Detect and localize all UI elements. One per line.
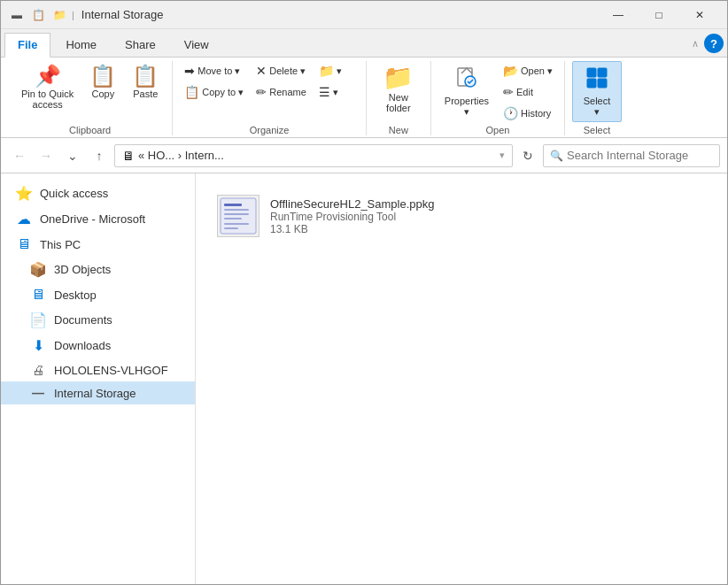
- organize-label: Organize: [180, 123, 359, 135]
- paste-icon: 📋: [132, 65, 159, 87]
- sidebar-item-internal-storage[interactable]: — Internal Storage: [1, 381, 195, 404]
- organize-items: ➡ Move to ▾ 📋 Copy to ▾ ✕ Delete ▾ ✏ Ren…: [180, 61, 359, 123]
- select-button[interactable]: Select▾: [572, 61, 622, 122]
- ribbon-content: 📌 Pin to Quickaccess 📋 Copy 📋 Paste Clip…: [1, 58, 727, 138]
- address-box[interactable]: 🖥 « HO... › Intern... ▾: [114, 144, 513, 167]
- address-chevron[interactable]: ▾: [500, 150, 505, 161]
- edit-icon: ✏: [503, 85, 514, 99]
- copy-button[interactable]: 📋 Copy: [83, 61, 122, 104]
- onedrive-label: OneDrive - Microsoft: [40, 212, 145, 226]
- sidebar-item-quick-access[interactable]: ⭐ Quick access: [1, 181, 195, 206]
- search-input[interactable]: [543, 144, 720, 167]
- app-icon-1: ▬: [8, 6, 26, 24]
- tab-view[interactable]: View: [171, 32, 222, 57]
- tab-share[interactable]: Share: [112, 32, 169, 57]
- ribbon-group-organize: ➡ Move to ▾ 📋 Copy to ▾ ✕ Delete ▾ ✏ Ren…: [173, 61, 367, 135]
- address-text: « HO... › Intern...: [138, 149, 496, 162]
- clipboard-items: 📌 Pin to Quickaccess 📋 Copy 📋 Paste: [15, 61, 165, 123]
- properties-icon: [454, 65, 479, 94]
- select-label-group: Select: [572, 123, 622, 135]
- svg-rect-2: [587, 68, 596, 77]
- maximize-button[interactable]: □: [639, 1, 679, 29]
- edit-button[interactable]: ✏ Edit: [499, 82, 557, 102]
- layout-button[interactable]: ☰ ▾: [314, 82, 359, 102]
- ribbon-group-select: Select▾ Select: [565, 61, 629, 135]
- copy-to-button[interactable]: 📋 Copy to ▾: [180, 82, 248, 102]
- app-icon-2: 📋: [29, 6, 47, 24]
- delete-button[interactable]: ✕ Delete ▾: [252, 61, 311, 81]
- open-button[interactable]: 📂 Open ▾: [499, 61, 557, 81]
- new-folder-small-button[interactable]: 📁 ▾: [314, 61, 359, 81]
- svg-rect-4: [587, 79, 596, 88]
- svg-rect-7: [224, 204, 242, 206]
- ribbon-group-new: 📁 Newfolder New: [367, 61, 431, 135]
- close-button[interactable]: ✕: [679, 1, 720, 29]
- help-button[interactable]: ?: [704, 34, 724, 53]
- new-folder-button[interactable]: 📁 Newfolder: [374, 61, 423, 118]
- history-icon: 🕐: [503, 106, 518, 120]
- copy-icon: 📋: [89, 65, 116, 87]
- select-label: Select▾: [584, 96, 611, 118]
- svg-rect-9: [224, 213, 249, 215]
- sidebar-item-3d-objects[interactable]: 📦 3D Objects: [1, 257, 195, 282]
- rename-button[interactable]: ✏ Rename: [252, 82, 311, 102]
- edit-label: Edit: [516, 87, 533, 97]
- file-type: RunTime Provisioning Tool: [270, 211, 435, 223]
- this-pc-label: This PC: [40, 238, 81, 251]
- minimize-button[interactable]: —: [598, 1, 639, 29]
- organize-col1: ➡ Move to ▾ 📋 Copy to ▾: [180, 61, 248, 102]
- title-bar-app-icons: ▬ 📋 📁 |: [8, 6, 74, 24]
- delete-icon: ✕: [256, 64, 267, 78]
- clipboard-label: Clipboard: [15, 123, 165, 135]
- file-area: OfflineSecureHL2_Sample.ppkg RunTime Pro…: [196, 173, 727, 585]
- history-button[interactable]: 🕐 History: [499, 104, 557, 123]
- internal-storage-icon: —: [29, 386, 47, 400]
- folder-small-label: ▾: [337, 65, 342, 77]
- file-item-ppkg[interactable]: OfflineSecureHL2_Sample.ppkg RunTime Pro…: [210, 188, 713, 244]
- title-divider: |: [72, 10, 74, 20]
- svg-rect-11: [224, 223, 249, 225]
- up-button[interactable]: ↑: [88, 144, 111, 167]
- address-pc-icon: 🖥: [122, 149, 135, 163]
- new-folder-label: Newfolder: [386, 92, 411, 113]
- svg-rect-8: [224, 209, 249, 211]
- 3d-objects-icon: 📦: [29, 261, 47, 278]
- open-col: 📂 Open ▾ ✏ Edit 🕐 History: [499, 61, 557, 123]
- copy-to-icon: 📋: [184, 85, 199, 99]
- open-label: Open ▾: [521, 65, 553, 77]
- properties-label: Properties▾: [445, 96, 489, 118]
- refresh-button[interactable]: ↻: [516, 144, 539, 167]
- tab-home[interactable]: Home: [52, 32, 110, 57]
- sidebar-item-documents[interactable]: 📄 Documents: [1, 307, 195, 333]
- sidebar-item-this-pc[interactable]: 🖥 This PC: [1, 232, 195, 257]
- address-bar: ← → ⌄ ↑ 🖥 « HO... › Intern... ▾ ↻ 🔍: [1, 138, 727, 173]
- recent-locations-button[interactable]: ⌄: [61, 144, 84, 167]
- select-items: Select▾: [572, 61, 622, 123]
- paste-button[interactable]: 📋 Paste: [126, 61, 165, 104]
- documents-label: Documents: [54, 313, 112, 327]
- search-wrapper: 🔍: [543, 144, 720, 167]
- rename-label: Rename: [269, 87, 306, 97]
- forward-button[interactable]: →: [35, 144, 58, 167]
- pin-icon: 📌: [35, 65, 61, 87]
- svg-rect-3: [598, 68, 607, 77]
- sidebar-item-desktop[interactable]: 🖥 Desktop: [1, 282, 195, 307]
- pin-label: Pin to Quickaccess: [21, 89, 74, 110]
- open-items: Properties▾ 📂 Open ▾ ✏ Edit 🕐 History: [438, 61, 557, 123]
- sidebar-item-onedrive[interactable]: ☁ OneDrive - Microsoft: [1, 206, 195, 232]
- ribbon-collapse-icon[interactable]: ∧: [692, 38, 699, 50]
- tab-file[interactable]: File: [4, 33, 50, 58]
- folder-icon: 📁: [319, 64, 334, 78]
- downloads-label: Downloads: [54, 339, 111, 352]
- internal-storage-label: Internal Storage: [54, 387, 136, 400]
- sidebar-item-hololens[interactable]: 🖨 HOLOLENS-VLHGOF: [1, 358, 195, 381]
- move-icon: ➡: [184, 64, 195, 78]
- pin-to-quick-access-button[interactable]: 📌 Pin to Quickaccess: [15, 61, 80, 114]
- desktop-icon: 🖥: [29, 287, 47, 303]
- open-label: Open: [438, 123, 557, 135]
- back-button[interactable]: ←: [8, 144, 31, 167]
- properties-button[interactable]: Properties▾: [438, 61, 495, 122]
- move-to-button[interactable]: ➡ Move to ▾: [180, 61, 248, 81]
- select-icon: [585, 65, 609, 94]
- sidebar-item-downloads[interactable]: ⬇ Downloads: [1, 333, 195, 358]
